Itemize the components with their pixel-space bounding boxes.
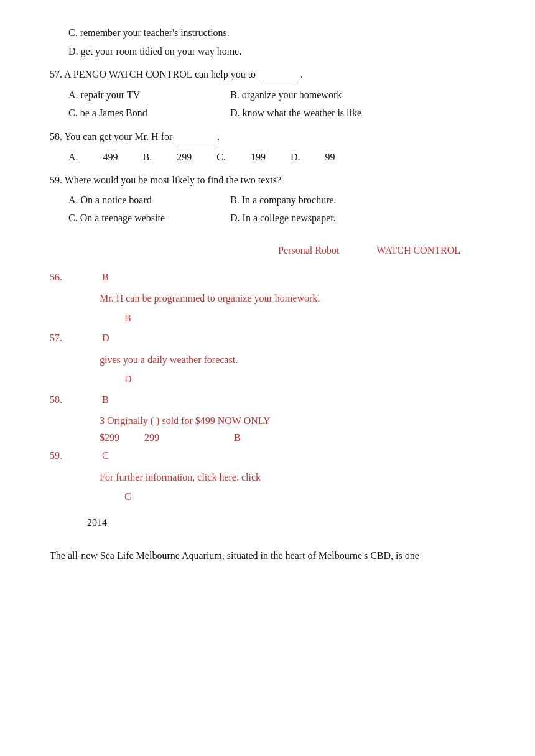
answer-57-num: 57. [50,333,62,343]
q57-option-b: B. organize your homework [230,87,355,103]
q57-option-d: D. know what the weather is like [230,105,361,121]
q58-option-c-val: 199 [251,149,266,165]
q57-options-row2: C. be a James Bond D. know what the weat… [68,105,485,121]
answer-59-sub: C [124,489,485,505]
q58-option-d-label: D. [291,149,300,165]
q58-option-d-val: 99 [325,149,335,165]
answer-58-price-row: $299 299 B [100,432,485,443]
header-personal-robot: Personal Robot [278,245,339,256]
q58-option-b-val: 299 [177,149,192,165]
q58-option-a-label: A. [68,149,78,165]
answer-59-explanation: For further information, click here. cli… [100,469,485,486]
answer-58-num: 58. [50,394,62,405]
answer-56-letter: B [102,272,109,282]
answer-59-num: 59. [50,450,62,461]
q59-text: 59. Where would you be most likely to fi… [50,172,485,188]
answer-57-explanation: gives you a daily weather forecast. [100,352,485,368]
answer-58-explanation: 3 Originally ( ) sold for $499 NOW ONLY [100,413,485,429]
q59-option-a: A. On a notice board [68,192,193,208]
q58-option-b-label: B. [143,149,152,165]
answer-58-num2: 299 [144,432,159,443]
next-passage-text: The all-new Sea Life Melbourne Aquarium,… [50,547,485,564]
answer-57-row: 57. D [50,330,485,346]
answer-59-letter: C [102,450,109,461]
answer-58-price: $299 [100,432,119,443]
answer-57-sub: D [124,371,485,387]
q59-option-c: C. On a teenage website [68,210,193,226]
answer-56-explanation: Mr. H can be programmed to organize your… [100,290,485,307]
answer-56-row: 56. B [50,269,485,285]
q59-option-d: D. In a college newspaper. [230,210,355,226]
answer-56-sub: B [124,310,485,326]
answer-59-row: 59. C [50,447,485,464]
header-watch-control: WATCH CONTROL [376,245,460,256]
q59-option-b: B. In a company brochure. [230,192,355,208]
q57-options-row1: A. repair your TV B. organize your homew… [68,87,485,103]
answer-58-letter: B [102,394,109,405]
answer-57-letter: D [102,333,109,343]
q58-option-a-val: 499 [103,149,118,165]
q57-text: 57. A PENGO WATCH CONTROL can help you t… [50,67,485,83]
q56-option-c: C. remember your teacher's instructions. [68,25,485,41]
answer-58-row: 58. B [50,391,485,408]
answer-56-num: 56. [50,272,62,282]
q59-options-row2: C. On a teenage website D. In a college … [68,210,485,226]
answer-header: Personal Robot WATCH CONTROL [50,245,485,256]
q58-options: A. 499 B. 299 C. 199 D. 99 [68,149,485,165]
q56-option-d: D. get your room tidied on your way home… [68,44,485,60]
year-line: 2014 [87,517,485,528]
q58-text: 58. You can get your Mr. H for . [50,129,485,145]
q58-option-c-label: C. [216,149,226,165]
q57-option-c: C. be a James Bond [68,105,193,121]
q57-option-a: A. repair your TV [68,87,193,103]
q59-options-row1: A. On a notice board B. In a company bro… [68,192,485,208]
answer-58-sub: B [234,432,241,443]
